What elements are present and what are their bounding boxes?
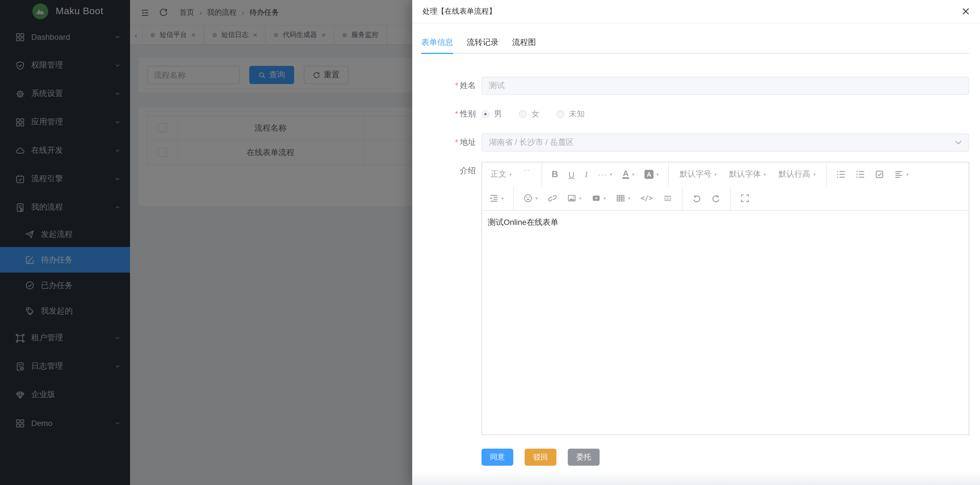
caret-down-icon: ▾ [906, 172, 908, 177]
todo-list-button[interactable] [875, 170, 884, 179]
caret-down-icon: ▾ [603, 196, 606, 201]
drawer-actions: 同意 驳回 委托 [482, 448, 969, 466]
tab-flow-diagram[interactable]: 流程图 [512, 32, 536, 53]
tab-form-info[interactable]: 表单信息 [421, 32, 453, 53]
delegate-button[interactable]: 委托 [568, 448, 600, 466]
form-row-address: *地址 湖南省 / 长沙市 / 岳麓区 [421, 134, 969, 152]
drawer-title: 处理【在线表单流程】 [422, 6, 496, 16]
align-dropdown[interactable]: ▾ [894, 170, 908, 179]
video-dropdown[interactable]: ▾ [592, 194, 606, 203]
toolbar-divider [668, 162, 669, 186]
toolbar-divider [682, 186, 682, 210]
caret-down-icon: ▾ [632, 172, 634, 177]
italic-button[interactable]: I [585, 170, 588, 179]
radio-circle-icon [557, 110, 565, 118]
form-row-intro: 介绍 正文▾ “ B U I ···▾ A▾ [421, 162, 969, 435]
rich-text-editor: 正文▾ “ B U I ···▾ A▾ A▾ 默认字号▾ [482, 162, 969, 435]
link-button[interactable] [548, 194, 557, 203]
caret-down-icon: ▾ [535, 196, 538, 201]
name-field[interactable] [482, 77, 969, 95]
caret-down-icon: ▾ [579, 196, 581, 201]
toolbar-divider [541, 162, 542, 186]
line-height-dropdown[interactable]: 默认行高▾ [778, 169, 815, 180]
radio-male[interactable]: 男 [482, 109, 502, 119]
undo-icon[interactable] [692, 194, 701, 203]
name-label: 姓名 [460, 81, 476, 90]
tab-flow-records[interactable]: 流转记录 [467, 32, 498, 53]
close-icon[interactable] [962, 7, 970, 15]
code-block-button[interactable]: </> [641, 194, 653, 202]
form-row-name: *姓名 [421, 77, 969, 95]
editor-toolbar: 正文▾ “ B U I ···▾ A▾ A▾ 默认字号▾ [482, 162, 969, 211]
app-window: Maku Boot Dashboard 权限管理 系统设置 应用管理 [0, 0, 980, 485]
caret-down-icon: ▾ [813, 172, 815, 177]
radio-circle-icon [482, 110, 490, 118]
divider-button[interactable] [663, 194, 672, 203]
approve-button[interactable]: 同意 [482, 448, 513, 466]
ordered-list-button[interactable] [856, 170, 865, 179]
radio-unknown[interactable]: 未知 [557, 109, 585, 119]
gender-radio-group: 男 女 未知 [482, 105, 969, 123]
font-size-dropdown[interactable]: 默认字号▾ [679, 169, 716, 180]
address-select[interactable]: 湖南省 / 长沙市 / 岳麓区 [482, 134, 969, 152]
bullet-list-button[interactable] [836, 170, 845, 179]
form-row-gender: *性别 男 女 未知 [421, 105, 969, 123]
caret-down-icon: ▾ [509, 172, 512, 177]
drawer-body: 表单信息 流转记录 流程图 *姓名 *性别 男 [412, 23, 980, 466]
required-mark: * [455, 109, 458, 118]
toolbar-divider [826, 162, 827, 186]
process-drawer: 处理【在线表单流程】 表单信息 流转记录 流程图 *姓名 *性别 [412, 0, 980, 485]
drawer-header: 处理【在线表单流程】 [412, 0, 980, 23]
intro-label: 介绍 [460, 166, 476, 175]
reject-button[interactable]: 驳回 [525, 448, 557, 466]
chevron-down-icon [955, 140, 962, 145]
editor-content[interactable]: 测试Online在线表单 [482, 211, 969, 434]
caret-down-icon: ▾ [610, 172, 612, 177]
table-dropdown[interactable]: ▾ [616, 194, 630, 203]
caret-down-icon: ▾ [501, 196, 504, 201]
address-label: 地址 [460, 137, 476, 146]
required-mark: * [455, 81, 458, 90]
toolbar-divider [513, 186, 514, 210]
font-family-dropdown[interactable]: 默认字体▾ [729, 169, 766, 180]
gender-label: 性别 [460, 109, 476, 118]
radio-circle-icon [519, 110, 527, 118]
caret-down-icon: ▾ [764, 172, 766, 177]
paragraph-style-dropdown[interactable]: 正文▾ [490, 169, 512, 180]
more-styles-dropdown[interactable]: ···▾ [598, 170, 612, 179]
caret-down-icon: ▾ [628, 196, 630, 201]
underline-button[interactable]: U [568, 170, 574, 179]
redo-icon[interactable] [711, 194, 721, 203]
blockquote-button[interactable]: “ [523, 170, 532, 178]
toolbar-row-1: 正文▾ “ B U I ···▾ A▾ A▾ 默认字号▾ [482, 162, 969, 186]
image-dropdown[interactable]: ▾ [567, 194, 581, 203]
radio-female[interactable]: 女 [519, 109, 539, 119]
font-color-dropdown[interactable]: A▾ [622, 170, 634, 179]
bold-button[interactable]: B [552, 169, 558, 180]
required-mark: * [455, 137, 458, 146]
caret-down-icon: ▾ [714, 172, 716, 177]
toolbar-divider [730, 186, 731, 210]
emoji-dropdown[interactable]: ▾ [523, 194, 538, 203]
bg-color-dropdown[interactable]: A▾ [644, 170, 659, 179]
process-form: *姓名 *性别 男 女 [421, 77, 969, 466]
fullscreen-button[interactable] [740, 194, 749, 203]
drawer-tabs: 表单信息 流转记录 流程图 [421, 32, 969, 54]
drawer-bottom-fade [412, 470, 980, 485]
indent-dropdown[interactable]: ▾ [490, 194, 504, 203]
caret-down-icon: ▾ [656, 172, 659, 177]
toolbar-row-2: ▾ ▾ ▾ ▾ ▾ </> [482, 186, 969, 210]
